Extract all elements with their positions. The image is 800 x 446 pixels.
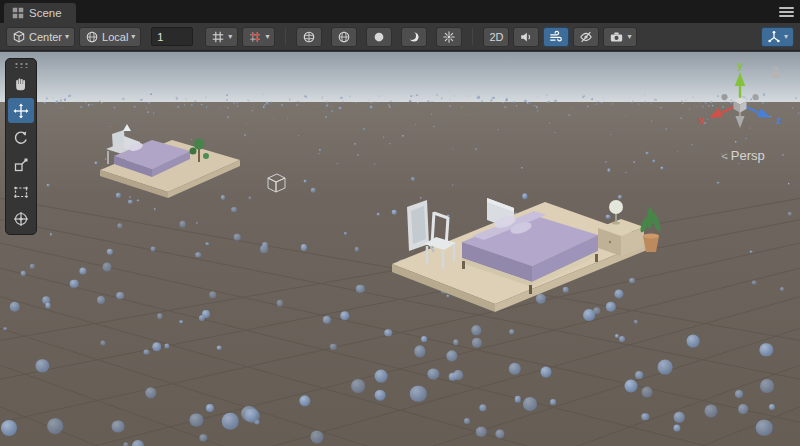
2d-mode-label: 2D [489,31,503,43]
lock-icon[interactable] [770,66,781,79]
lighting-toggle-button[interactable] [366,27,392,47]
projection-label: Persp [731,148,765,163]
window-menu-icon[interactable] [779,7,794,17]
effects-burst-icon [442,30,456,44]
tab-bar: Scene [0,0,800,23]
shaded-mode-button[interactable] [296,27,322,47]
collapse-icon: < [721,150,727,162]
increment-snap-icon [248,30,262,44]
rotate-tool-button[interactable] [8,125,34,150]
gizmo-center-cube[interactable] [734,98,747,113]
chevron-down-icon: ▾ [131,33,135,41]
pivot-mode-dropdown[interactable]: Center ▾ [6,27,75,47]
scene-marker [123,124,131,131]
hand-tool-button[interactable] [8,71,34,96]
skybox-globe-icon [337,30,351,44]
shaded-sphere-icon [302,30,316,44]
grid-snap-icon [211,30,225,44]
orientation-label: Local [102,31,128,43]
bedroom-near[interactable] [392,198,662,312]
tab-scene[interactable]: Scene [4,3,76,23]
move-icon [13,103,29,119]
pivot-mode-label: Center [29,31,62,43]
unity-scene-window: Scene Center ▾ Local ▾ ▾ [0,0,800,446]
pivot-cube-icon [12,30,26,44]
increment-snap-button[interactable]: ▾ [242,27,275,47]
toolbar-separator [472,28,473,45]
wind-effects-icon [549,30,563,44]
rect-tool-button[interactable] [8,179,34,204]
fx-toggle-button[interactable] [436,27,462,47]
transform-icon [13,211,29,227]
selection-gizmo-cube[interactable] [268,174,285,192]
axis-y-label: y [737,60,744,71]
drag-handle[interactable] [13,62,29,68]
chevron-down-icon: ▾ [627,33,631,41]
tool-strip [5,58,37,235]
grid-snap-button[interactable]: ▾ [205,27,238,47]
lighting-circle-icon [372,30,386,44]
toolbar-separator [285,28,286,45]
eye-slash-icon [579,30,593,44]
scene-viewport[interactable]: y x z <Persp [0,52,800,446]
orientation-dropdown[interactable]: Local ▾ [79,27,141,47]
gizmos-dropdown-button[interactable]: ▾ [761,27,794,47]
scene-objects [0,52,800,446]
camera-icon [609,30,624,44]
scene-visibility-button[interactable] [573,27,599,47]
gizmo-axis-neg-x[interactable] [752,94,758,100]
chevron-down-icon: ▾ [228,33,232,41]
2d-mode-button[interactable]: 2D [483,27,509,47]
chevron-down-icon: ▾ [65,33,69,41]
effects-dropdown-button[interactable] [543,27,569,47]
gizmo-axis-neg-z[interactable] [721,94,727,100]
gizmos-axes-icon [767,30,781,44]
moon-icon [407,30,421,44]
chevron-down-icon: ▾ [784,33,788,41]
scale-tool-button[interactable] [8,152,34,177]
camera-settings-button[interactable]: ▾ [603,27,637,47]
bedroom-far[interactable] [100,130,240,198]
audio-toggle-button[interactable] [513,27,539,47]
snap-value-input[interactable] [151,27,193,46]
view-option-toggles [296,27,462,47]
rotate-icon [13,130,29,146]
gizmo-axis-y[interactable]: y [735,60,745,104]
axis-z-label: z [776,114,782,126]
rect-tool-icon [13,184,29,200]
scene-toolbar: Center ▾ Local ▾ ▾ ▾ [0,23,800,51]
ambient-toggle-button[interactable] [401,27,427,47]
audio-speaker-icon [519,30,533,44]
transform-tool-button[interactable] [8,206,34,231]
orientation-globe-icon [85,30,99,44]
tab-label: Scene [29,7,62,19]
projection-toggle[interactable]: <Persp [698,148,788,163]
skybox-toggle-button[interactable] [331,27,357,47]
axis-x-label: x [698,114,705,126]
scale-icon [13,157,29,173]
move-tool-button[interactable] [8,98,34,123]
hand-icon [13,76,29,92]
grid-icon [12,7,24,19]
chevron-down-icon: ▾ [265,33,269,41]
